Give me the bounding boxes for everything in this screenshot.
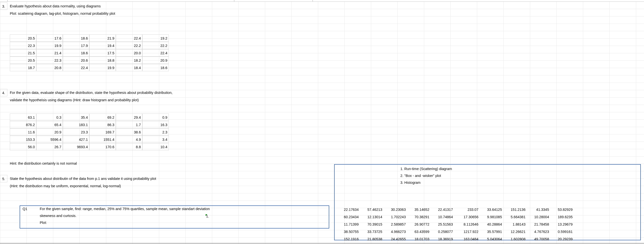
table-cell[interactable]: 1.702243 bbox=[383, 213, 407, 221]
table-cell[interactable]: 18.4 bbox=[116, 64, 142, 71]
table-cell[interactable]: 18.8 bbox=[89, 57, 116, 64]
table-cell[interactable]: 4.767623 bbox=[526, 228, 550, 235]
table-cell[interactable]: 22.3 bbox=[10, 42, 36, 49]
table-cell[interactable]: 5.043064 bbox=[480, 235, 503, 243]
table-cell[interactable]: 65.4 bbox=[36, 121, 63, 128]
table-cell[interactable]: 17.30656 bbox=[454, 213, 480, 221]
table-cell[interactable]: 4.966273 bbox=[383, 228, 407, 235]
table-cell[interactable]: 0.3 bbox=[36, 113, 63, 121]
table-cell[interactable]: 20.5 bbox=[10, 57, 36, 64]
table-cell[interactable]: 41.3345 bbox=[526, 206, 550, 213]
table-cell[interactable]: 8.8 bbox=[116, 143, 142, 150]
table-cell[interactable]: 152.1916 bbox=[336, 235, 360, 243]
table-cell[interactable]: 56.0 bbox=[10, 143, 36, 150]
table-cell[interactable]: 23.3 bbox=[63, 128, 89, 136]
table-cell[interactable]: 19.9 bbox=[89, 64, 116, 71]
table-cell[interactable]: 233.07 bbox=[454, 206, 480, 213]
table-cell[interactable]: 20.0 bbox=[116, 49, 142, 57]
table-cell[interactable]: 18.2 bbox=[116, 57, 142, 64]
table-cell[interactable]: 11.6 bbox=[10, 128, 36, 136]
table-cell[interactable]: 9693.4 bbox=[63, 143, 89, 150]
table-cell[interactable]: 151.2136 bbox=[503, 206, 526, 213]
table-cell[interactable]: 2.589857 bbox=[383, 221, 407, 228]
table-cell[interactable]: 26.90772 bbox=[407, 221, 430, 228]
table-cell[interactable]: 20.6 bbox=[63, 57, 89, 64]
table-cell[interactable]: 18.36919 bbox=[430, 235, 454, 243]
table-cell[interactable]: 10.74864 bbox=[430, 213, 454, 221]
table-cell[interactable]: 21.5 bbox=[10, 49, 36, 57]
table-cell[interactable]: 53.82929 bbox=[550, 206, 574, 213]
table-cell[interactable]: 22.2 bbox=[116, 42, 142, 49]
table-cell[interactable]: 49.70058 bbox=[526, 235, 550, 243]
table-cell[interactable]: 63.43599 bbox=[407, 228, 430, 235]
table-cell[interactable]: 21.80538 bbox=[360, 235, 383, 243]
table-cell[interactable]: 1551.4 bbox=[89, 136, 116, 143]
table-cell[interactable]: 170.6 bbox=[89, 143, 116, 150]
table-cell[interactable]: 70.38291 bbox=[407, 213, 430, 221]
table-cell[interactable]: 38.6 bbox=[116, 128, 142, 136]
table-cell[interactable]: 22.3 bbox=[36, 57, 63, 64]
table-cell[interactable]: 18.6 bbox=[142, 64, 169, 71]
table-cell[interactable]: 33.64125 bbox=[480, 206, 503, 213]
table-cell[interactable]: 60.23434 bbox=[336, 213, 360, 221]
table-cell[interactable]: 29.4 bbox=[116, 113, 142, 121]
table-cell[interactable]: 35.14652 bbox=[407, 206, 430, 213]
table-cell[interactable]: 17.5 bbox=[89, 49, 116, 57]
table-cell[interactable]: 8.112646 bbox=[454, 221, 480, 228]
table-cell[interactable]: 20.8 bbox=[36, 64, 63, 71]
table-cell[interactable]: 3.4 bbox=[142, 136, 169, 143]
table-cell[interactable]: 12.13014 bbox=[360, 213, 383, 221]
spreadsheet-view[interactable]: 3. Evaluate hypothesis about data normal… bbox=[0, 0, 644, 244]
table-cell[interactable]: 16.3 bbox=[142, 121, 169, 128]
table-cell[interactable]: 20.9 bbox=[36, 128, 63, 136]
table-cell[interactable]: 22.2 bbox=[142, 42, 169, 49]
table-cell[interactable]: 20.5 bbox=[10, 34, 36, 42]
table-cell[interactable]: 35.4 bbox=[63, 113, 89, 121]
table-cell[interactable]: 22.4 bbox=[63, 64, 89, 71]
table-cell[interactable]: 57.46213 bbox=[360, 206, 383, 213]
table-cell[interactable]: 2.3 bbox=[142, 128, 169, 136]
table-cell[interactable]: 10.4 bbox=[142, 143, 169, 150]
table-cell[interactable]: 33.73725 bbox=[360, 228, 383, 235]
table-cell[interactable]: 20.29239 bbox=[550, 235, 574, 243]
table-cell[interactable]: 19.2 bbox=[142, 34, 169, 42]
table-cell[interactable]: 21.9 bbox=[89, 34, 116, 42]
table-cell[interactable]: 35.57991 bbox=[480, 228, 503, 235]
table-cell[interactable]: 69.2 bbox=[89, 113, 116, 121]
table-cell[interactable]: 18.6 bbox=[63, 34, 89, 42]
table-cell[interactable]: 169.7 bbox=[89, 128, 116, 136]
table-cell[interactable]: 5.664381 bbox=[503, 213, 526, 221]
table-cell[interactable]: 1.602808 bbox=[503, 235, 526, 243]
table-cell[interactable]: 40.28864 bbox=[480, 221, 503, 228]
table-cell[interactable]: 18.6 bbox=[63, 49, 89, 57]
table-cell[interactable]: 5596.4 bbox=[36, 136, 63, 143]
table-cell[interactable]: 1.88143 bbox=[503, 221, 526, 228]
table-cell[interactable]: 26.7 bbox=[36, 143, 63, 150]
table-cell[interactable]: 22.4 bbox=[142, 49, 169, 57]
table-cell[interactable]: 30.23063 bbox=[383, 206, 407, 213]
table-cell[interactable]: 0.599161 bbox=[550, 228, 574, 235]
table-cell[interactable]: 17.9 bbox=[63, 42, 89, 49]
table-cell[interactable]: 13.29679 bbox=[550, 221, 574, 228]
table-cell[interactable]: 189.6235 bbox=[550, 213, 574, 221]
table-cell[interactable]: 1217.922 bbox=[454, 228, 480, 235]
table-cell[interactable]: 4.9 bbox=[116, 136, 142, 143]
table-cell[interactable]: 9.981085 bbox=[480, 213, 503, 221]
table-cell[interactable]: 183.1 bbox=[63, 121, 89, 128]
table-cell[interactable]: 22.17634 bbox=[336, 206, 360, 213]
table-cell[interactable]: 70.39015 bbox=[360, 221, 383, 228]
table-cell[interactable]: 24.42655 bbox=[383, 235, 407, 243]
table-cell[interactable]: 63.1 bbox=[10, 113, 36, 121]
table-cell[interactable]: 21.4 bbox=[36, 49, 63, 57]
table-cell[interactable]: 12.26621 bbox=[503, 228, 526, 235]
table-cell[interactable]: 153.3 bbox=[10, 136, 36, 143]
table-cell[interactable]: 21.78458 bbox=[526, 221, 550, 228]
table-cell[interactable]: 427.1 bbox=[63, 136, 89, 143]
table-cell[interactable]: 19.9 bbox=[36, 42, 63, 49]
table-cell[interactable]: 18.7 bbox=[10, 64, 36, 71]
table-cell[interactable]: 19.4 bbox=[89, 42, 116, 49]
table-cell[interactable]: 20.9 bbox=[142, 57, 169, 64]
table-cell[interactable]: 22.4 bbox=[116, 34, 142, 42]
table-cell[interactable]: 163.0484 bbox=[454, 235, 480, 243]
table-cell[interactable]: 38.50755 bbox=[336, 228, 360, 235]
